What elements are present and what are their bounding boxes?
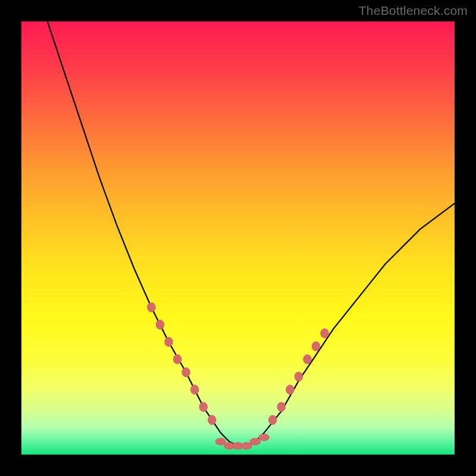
data-marker bbox=[286, 385, 294, 394]
data-marker bbox=[312, 342, 320, 351]
marker-group bbox=[147, 303, 328, 450]
data-marker bbox=[303, 355, 312, 364]
data-marker bbox=[268, 415, 277, 425]
data-marker bbox=[250, 438, 261, 445]
data-marker bbox=[259, 434, 270, 441]
data-marker bbox=[208, 415, 216, 425]
bottleneck-curve-svg bbox=[21, 21, 455, 455]
bottleneck-curve-path bbox=[48, 21, 455, 446]
plot-area bbox=[21, 21, 455, 455]
data-marker bbox=[321, 328, 329, 338]
data-marker bbox=[147, 303, 155, 312]
data-marker bbox=[242, 442, 252, 449]
data-marker bbox=[277, 402, 286, 412]
data-marker bbox=[165, 337, 173, 347]
data-marker bbox=[190, 385, 199, 394]
data-marker bbox=[295, 372, 303, 381]
data-marker bbox=[215, 438, 226, 445]
watermark-label: TheBottleneck.com bbox=[359, 4, 468, 18]
data-marker bbox=[156, 320, 164, 330]
data-marker bbox=[173, 355, 181, 364]
chart-container: TheBottleneck.com bbox=[0, 0, 476, 476]
data-marker bbox=[199, 402, 208, 412]
data-marker bbox=[182, 368, 190, 377]
